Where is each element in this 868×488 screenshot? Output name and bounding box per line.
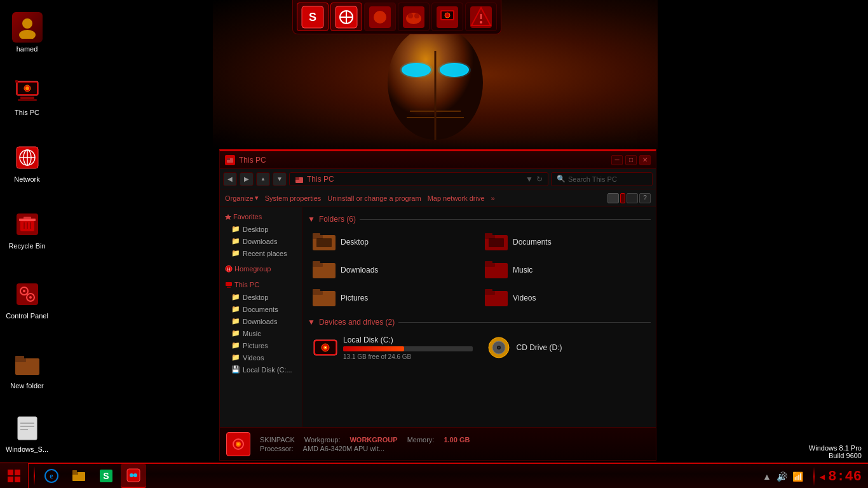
address-text: This PC <box>307 175 334 184</box>
svg-point-104 <box>237 443 240 445</box>
folder-item-music[interactable]: Music <box>480 257 651 283</box>
nav-arrow-down[interactable]: ▼ <box>273 172 287 186</box>
status-info: SKINPACK Workgroup: WORKGROUP Memory: 1.… <box>260 436 470 452</box>
close-button[interactable]: ✕ <box>639 155 651 165</box>
sidebar-item-recent[interactable]: 📁 Recent places <box>220 247 302 259</box>
sidebar-thispc-localdisk[interactable]: 💾Local Disk (C:... <box>220 363 302 376</box>
view-help[interactable]: ? <box>639 193 651 203</box>
taskbar-pinned-icons: e S <box>29 464 149 488</box>
toolbar-organize[interactable]: Organize ▾ <box>225 194 259 202</box>
tray-up-arrow[interactable]: ▲ <box>763 471 771 482</box>
top-bar-icon-1[interactable]: S <box>297 3 329 31</box>
svg-rect-105 <box>8 470 13 475</box>
sidebar-thispc-music[interactable]: 📁Music <box>220 327 302 339</box>
svg-point-3 <box>400 62 433 78</box>
svg-rect-107 <box>8 477 13 482</box>
back-button[interactable]: ◀ <box>223 172 237 186</box>
drive-item-d[interactable]: CD Drive (D:) <box>481 332 651 363</box>
drive-d-icon <box>486 335 512 360</box>
svg-rect-64 <box>227 158 230 160</box>
view-toggle-red[interactable] <box>620 193 625 203</box>
address-dropdown[interactable]: ▼ <box>526 175 533 184</box>
svg-rect-66 <box>295 177 299 180</box>
svg-point-10 <box>22 18 32 29</box>
drives-collapse-icon[interactable]: ▼ <box>308 318 315 327</box>
sidebar-thispc-pictures[interactable]: 📁Pictures <box>220 339 302 351</box>
top-bar-icon-5[interactable] <box>431 3 463 31</box>
sidebar-favorites-header[interactable]: Favorites <box>220 210 302 223</box>
minimize-button[interactable]: ─ <box>611 155 623 165</box>
search-box[interactable]: 🔍 Search This PC <box>551 172 653 186</box>
sidebar-thispc-documents[interactable]: 📁Documents <box>220 303 302 315</box>
svg-rect-17 <box>20 97 34 99</box>
folder-item-documents[interactable]: Documents <box>480 229 651 255</box>
refresh-button[interactable]: ↻ <box>536 175 543 184</box>
desktop-icon-control-panel[interactable]: Control Panel <box>3 276 51 323</box>
sidebar-homegroup-header[interactable]: H Homegroup <box>220 262 302 275</box>
drives-row: Local Disk (C:) 13.1 GB free of 24.6 GB <box>308 332 651 363</box>
sidebar-thispc-header[interactable]: This PC <box>220 278 302 291</box>
downloads-folder-icon <box>313 260 336 280</box>
organize-arrow: ▾ <box>255 194 259 202</box>
svg-rect-78 <box>485 233 492 236</box>
top-bar-icon-3[interactable] <box>364 3 396 31</box>
desktop-icon-windows-s[interactable]: Windows_S... <box>3 410 51 456</box>
taskbar-clock[interactable]: ◀ 8:46 <box>820 469 862 485</box>
pictures-folder-icon <box>313 288 336 308</box>
taskbar-ironman-icon[interactable] <box>121 464 146 488</box>
svg-point-50 <box>374 11 386 24</box>
start-button[interactable] <box>0 463 29 488</box>
sidebar-thispc-videos[interactable]: 📁Videos <box>220 351 302 363</box>
svg-rect-31 <box>17 283 38 305</box>
desktop-icon-network[interactable]: Network <box>3 140 51 186</box>
top-bar-icon-6[interactable] <box>465 3 497 31</box>
desktop-folder-icon <box>313 232 336 252</box>
forward-button[interactable]: ▶ <box>240 172 254 186</box>
address-bar[interactable]: This PC ▼ ↻ <box>289 172 548 186</box>
videos-folder-icon <box>485 288 508 308</box>
desktop-icon-recycle-bin[interactable]: Recycle Bin <box>3 207 51 253</box>
view-tiles[interactable] <box>627 193 638 203</box>
svg-point-6 <box>438 62 471 78</box>
sidebar-folder-icon: 📁 <box>231 225 240 233</box>
desktop-icon-hamed[interactable]: hamed <box>3 10 51 56</box>
sidebar-thispc-downloads[interactable]: 📁Downloads <box>220 315 302 327</box>
explorer-main: ▼ Folders (6) <box>302 207 656 427</box>
taskbar-ie-icon[interactable]: e <box>39 464 64 488</box>
svg-point-33 <box>23 290 25 292</box>
tray-icons: ▲ 🔊 📶 <box>757 471 808 482</box>
toolbar-uninstall[interactable]: Uninstall or change a program <box>327 194 421 202</box>
svg-rect-71 <box>227 287 231 288</box>
svg-rect-82 <box>313 261 320 264</box>
sidebar-item-desktop[interactable]: 📁 Desktop <box>220 223 302 235</box>
desktop-icon-new-folder[interactable]: New folder <box>3 346 51 393</box>
svg-rect-75 <box>316 238 332 247</box>
sidebar-item-downloads[interactable]: 📁 Downloads <box>220 235 302 247</box>
svg-rect-70 <box>226 282 232 286</box>
toolbar-system-properties[interactable]: System properties <box>265 194 322 202</box>
up-button[interactable]: ▲ <box>256 172 270 186</box>
desktop-icon-this-pc[interactable]: This PC <box>3 73 51 119</box>
tray-network[interactable]: 📶 <box>792 471 803 482</box>
drive-d-info: CD Drive (D:) <box>517 343 646 352</box>
maximize-button[interactable]: □ <box>625 155 637 165</box>
folder-item-desktop[interactable]: Desktop <box>308 229 478 255</box>
toolbar-more[interactable]: » <box>491 194 495 202</box>
folder-item-downloads[interactable]: Downloads <box>308 257 478 283</box>
folder-item-pictures[interactable]: Pictures <box>308 285 478 311</box>
folders-collapse-icon[interactable]: ▼ <box>308 215 315 224</box>
drive-item-c[interactable]: Local Disk (C:) 13.1 GB free of 24.6 GB <box>308 332 478 363</box>
tray-speaker[interactable]: 🔊 <box>776 471 787 482</box>
top-bar-icon-4[interactable] <box>398 3 430 31</box>
sidebar-thispc-desktop[interactable]: 📁Desktop <box>220 291 302 303</box>
address-icon <box>295 175 304 184</box>
top-bar-icon-2[interactable] <box>330 3 362 31</box>
view-details[interactable] <box>607 193 619 203</box>
folder-item-videos[interactable]: Videos <box>480 285 651 311</box>
taskbar-store-icon[interactable]: S <box>93 464 119 488</box>
svg-point-53 <box>408 13 413 18</box>
explorer-toolbar: Organize ▾ System properties Uninstall o… <box>220 189 656 207</box>
taskbar-explorer-icon[interactable] <box>66 464 92 488</box>
toolbar-map-network[interactable]: Map network drive <box>428 194 485 202</box>
svg-point-16 <box>25 86 29 90</box>
